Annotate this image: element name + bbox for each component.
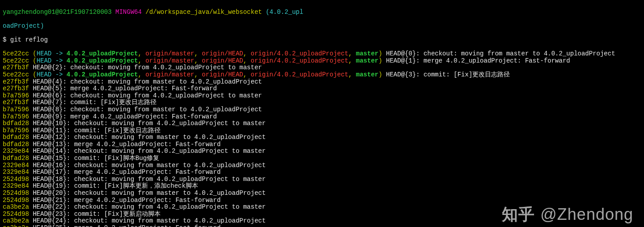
- reflog-message: checkout: moving from master to 4.0.2_up…: [67, 78, 262, 85]
- reflog-message: checkout: moving from master to 4.0.2_up…: [70, 134, 266, 141]
- reflog-index: HEAD@{12}:: [33, 134, 70, 141]
- reflog-entry: bdfad28 HEAD@{15}: commit: [Fix]脚本Bug修复: [3, 155, 641, 162]
- reflog-entry: b7a7596 HEAD@{11}: commit: [Fix]更改日志路径: [3, 127, 641, 135]
- reflog-index: HEAD@{22}:: [33, 203, 70, 210]
- ref-remote: origin/HEAD: [202, 71, 243, 78]
- ref-remote: origin/4.0.2_uploadProject: [251, 71, 348, 78]
- prompt-dollar: $: [3, 36, 10, 43]
- prompt-line-1: yangzhendong01@021F1907120003 MINGW64 /d…: [3, 9, 641, 16]
- reflog-index: HEAD@{7}:: [33, 99, 67, 106]
- commit-sha: b7a7596: [3, 113, 29, 120]
- ref-remote: origin/4.0.2_uploadProject: [251, 57, 348, 64]
- terminal-output[interactable]: yangzhendong01@021F1907120003 MINGW64 /d…: [0, 0, 644, 227]
- reflog-message: checkout: moving from 4.0.2_uploadProjec…: [67, 92, 262, 99]
- reflog-index: HEAD@{21}:: [33, 197, 70, 204]
- commit-sha: ca3be2a: [3, 203, 29, 210]
- reflog-index: HEAD@{9}:: [33, 113, 67, 120]
- reflog-index: HEAD@{16}:: [33, 162, 70, 169]
- commit-sha: b7a7596: [3, 127, 29, 134]
- branch-close: oadProject): [3, 22, 44, 29]
- reflog-entry: 2329e84 HEAD@{16}: checkout: moving from…: [3, 162, 641, 169]
- reflog-entry: 5ce22cc (HEAD -> 4.0.2_uploadProject, or…: [3, 58, 641, 65]
- reflog-index: HEAD@{18}:: [33, 176, 70, 183]
- reflog-message: merge 4.0.2_uploadProject: Fast-forward: [70, 168, 220, 176]
- reflog-message: commit: [Fix]更新启动脚本: [70, 210, 161, 218]
- ref-master: master: [356, 50, 378, 57]
- ref-remote: origin/HEAD: [202, 50, 243, 57]
- ref-sep: ,: [348, 71, 356, 78]
- reflog-entry: bdfad28 HEAD@{12}: checkout: moving from…: [3, 134, 641, 141]
- commit-sha: e27fb3f: [3, 85, 29, 92]
- commit-sha: 2329e84: [3, 168, 29, 176]
- ref-sep: ,: [195, 50, 202, 57]
- commit-sha: e27fb3f: [3, 99, 29, 106]
- reflog-entry: 2329e84 HEAD@{14}: checkout: moving from…: [3, 148, 641, 155]
- reflog-message: checkout: moving from master to 4.0.2_up…: [70, 217, 266, 224]
- reflog-entry: ca3be2a HEAD@{25}: merge 4.0.2_uploadPro…: [3, 225, 641, 227]
- ref-local-branch: 4.0.2_uploadProject: [67, 57, 138, 64]
- ref-arrow: ->: [51, 57, 67, 64]
- ref-sep: ,: [243, 57, 251, 64]
- typed-command: git reflog: [10, 36, 48, 43]
- reflog-message: commit: [Fix]脚本Bug修复: [70, 155, 159, 162]
- reflog-entry: 2329e84 HEAD@{19}: commit: [Fix]脚本更新，添加c…: [3, 183, 641, 190]
- reflog-index: HEAD@{19}:: [33, 182, 70, 189]
- commit-sha: 5ce22cc: [3, 57, 29, 64]
- reflog-entry: 5ce22cc (HEAD -> 4.0.2_uploadProject, or…: [3, 71, 641, 79]
- reflog-entry: ca3be2a HEAD@{24}: checkout: moving from…: [3, 218, 641, 225]
- reflog-entry: 2524d98 HEAD@{20}: checkout: moving from…: [3, 190, 641, 197]
- reflog-entry: b7a7596 HEAD@{9}: merge 4.0.2_uploadProj…: [3, 114, 641, 121]
- reflog-list: 5ce22cc (HEAD -> 4.0.2_uploadProject, or…: [3, 50, 641, 227]
- reflog-message: commit: [Fix]脚本更新，添加check脚本: [70, 182, 198, 189]
- ref-sep: ,: [195, 71, 202, 78]
- ref-master: master: [356, 57, 378, 64]
- reflog-message: merge 4.0.2_uploadProject: Fast-forward: [70, 224, 220, 227]
- reflog-message: merge 4.0.2_uploadProject: Fast-forward: [67, 113, 217, 120]
- reflog-index: HEAD@{2}:: [33, 64, 67, 71]
- ref-arrow: ->: [51, 71, 67, 78]
- commit-sha: 2329e84: [3, 147, 29, 155]
- reflog-entry: bdfad28 HEAD@{13}: merge 4.0.2_uploadPro…: [3, 141, 641, 148]
- ref-remote: origin/master: [145, 71, 194, 78]
- reflog-message: checkout: moving from 4.0.2_uploadProjec…: [70, 120, 266, 127]
- commit-sha: 2524d98: [3, 210, 29, 218]
- reflog-entry: e27fb3f HEAD@{4}: checkout: moving from …: [3, 79, 641, 86]
- reflog-entry: e27fb3f HEAD@{2}: checkout: moving from …: [3, 64, 641, 71]
- ref-close: ): [378, 50, 382, 57]
- ref-arrow: ->: [51, 50, 67, 57]
- commit-sha: 2329e84: [3, 182, 29, 189]
- ref-sep: ,: [243, 71, 251, 78]
- ref-remote: origin/4.0.2_uploadProject: [251, 50, 348, 57]
- reflog-index: HEAD@{5}:: [33, 85, 67, 92]
- ref-open: (: [33, 57, 36, 64]
- commit-sha: 5ce22cc: [3, 71, 29, 78]
- reflog-message: checkout: moving from master to 4.0.2_up…: [420, 50, 615, 57]
- ref-remote: origin/master: [145, 57, 194, 64]
- reflog-index: HEAD@{20}:: [33, 189, 70, 197]
- commit-sha: 2524d98: [3, 197, 29, 204]
- reflog-message: checkout: moving from master to 4.0.2_up…: [70, 162, 266, 169]
- branch-open: (4.0.2_upl: [266, 8, 303, 16]
- ref-remote: origin/HEAD: [202, 57, 243, 64]
- reflog-entry: 2524d98 HEAD@{21}: merge 4.0.2_uploadPro…: [3, 197, 641, 204]
- reflog-index: HEAD@{23}:: [33, 210, 70, 218]
- reflog-message: merge 4.0.2_uploadProject: Fast-forward: [420, 57, 570, 64]
- ref-remote: origin/master: [145, 50, 194, 57]
- shell-name: MINGW64: [115, 8, 142, 16]
- ref-sep: ,: [138, 50, 145, 57]
- ref-sep: ,: [195, 57, 202, 64]
- prompt-line-2: oadProject): [3, 23, 641, 30]
- reflog-message: merge 4.0.2_uploadProject: Fast-forward: [67, 85, 217, 92]
- reflog-message: checkout: moving from master to 4.0.2_up…: [70, 189, 266, 197]
- ref-open: (: [33, 71, 36, 78]
- reflog-index: HEAD@{24}:: [33, 217, 70, 224]
- ref-sep: ,: [138, 57, 145, 64]
- reflog-message: checkout: moving from 4.0.2_uploadProjec…: [70, 147, 266, 155]
- commit-sha: 5ce22cc: [3, 50, 29, 57]
- reflog-index: HEAD@{3}:: [386, 71, 420, 78]
- ref-sep: ,: [243, 50, 251, 57]
- command-line: $ git reflog: [3, 37, 641, 44]
- reflog-message: merge 4.0.2_uploadProject: Fast-forward: [70, 197, 220, 204]
- reflog-index: HEAD@{14}:: [33, 147, 70, 155]
- commit-sha: 2329e84: [3, 162, 29, 169]
